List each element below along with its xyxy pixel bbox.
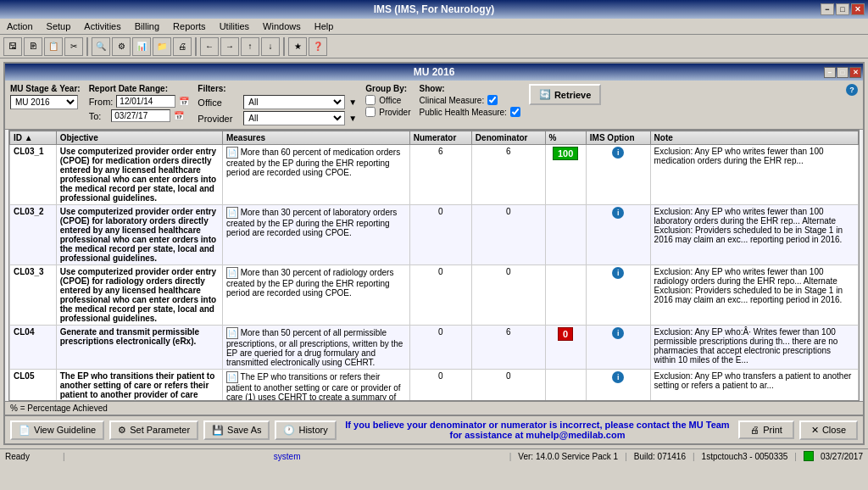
- gb-office-checkbox[interactable]: [365, 95, 376, 105]
- cell-ims-option: i: [586, 265, 650, 326]
- provider-dropdown-icon[interactable]: ▼: [348, 114, 357, 123]
- cell-note: Exclusion: Any EP who writes fewer than …: [650, 205, 858, 265]
- table-container[interactable]: ID ▲ Objective Measures Numerator Denomi…: [8, 130, 860, 401]
- tb-btn-11[interactable]: →: [220, 37, 239, 56]
- menu-billing[interactable]: Billing: [131, 20, 163, 32]
- cell-numerator: 0: [409, 205, 471, 265]
- menu-reports[interactable]: Reports: [170, 20, 209, 32]
- minimize-button[interactable]: −: [821, 3, 834, 15]
- cell-denominator: 0: [471, 265, 545, 326]
- table-row: CL03_1Use computerized provider order en…: [10, 145, 859, 205]
- tb-btn-7[interactable]: 📊: [132, 37, 151, 56]
- mu-minimize-button[interactable]: −: [824, 67, 836, 78]
- set-parameter-button[interactable]: ⚙ Set Parameter: [109, 420, 198, 440]
- view-guideline-button[interactable]: 📄 View Guideline: [10, 420, 104, 440]
- menu-help[interactable]: Help: [311, 20, 337, 32]
- col-pct[interactable]: %: [545, 131, 586, 145]
- col-denominator[interactable]: Denominator: [471, 131, 545, 145]
- info-icon[interactable]: i: [612, 371, 624, 383]
- tb-btn-9[interactable]: 🖨: [173, 37, 192, 56]
- info-icon[interactable]: i: [612, 267, 624, 279]
- table-header: ID ▲ Objective Measures Numerator Denomi…: [10, 131, 859, 145]
- cell-numerator: 0: [409, 265, 471, 326]
- cell-pct: [545, 265, 586, 326]
- calendar-icon[interactable]: 📅: [179, 97, 189, 106]
- provider-select[interactable]: All: [243, 111, 345, 125]
- doc-icon[interactable]: 📄: [226, 147, 238, 159]
- from-label: From:: [89, 97, 114, 107]
- col-id[interactable]: ID ▲: [10, 131, 57, 145]
- to-date-input[interactable]: [111, 109, 170, 122]
- col-objective[interactable]: Objective: [56, 131, 222, 145]
- date-range-label: Report Date Range:: [89, 84, 190, 93]
- doc-icon[interactable]: 📄: [226, 207, 238, 219]
- cell-id: CL05: [10, 370, 57, 402]
- menu-activities[interactable]: Activities: [81, 20, 124, 32]
- close-button[interactable]: ✕ Close: [799, 420, 858, 440]
- tb-btn-6[interactable]: ⚙: [112, 37, 131, 56]
- tb-btn-5[interactable]: 🔍: [92, 37, 110, 56]
- measures-table: ID ▲ Objective Measures Numerator Denomi…: [9, 131, 859, 401]
- cell-objective: Use computerized provider order entry (C…: [56, 205, 222, 265]
- mu-window: MU 2016 − □ ✕ MU Stage & Year: MU 2016 R…: [3, 62, 865, 445]
- menu-action[interactable]: Action: [3, 20, 36, 32]
- col-ims-option[interactable]: IMS Option: [586, 131, 650, 145]
- tb-btn-1[interactable]: 🖫: [3, 37, 22, 56]
- office-dropdown-icon[interactable]: ▼: [348, 97, 357, 107]
- status-date: 03/27/2017: [821, 452, 863, 461]
- col-numerator[interactable]: Numerator: [409, 131, 471, 145]
- info-icon[interactable]: i: [612, 327, 624, 339]
- print-button[interactable]: 🖨 Print: [738, 420, 794, 439]
- menu-utilities[interactable]: Utilities: [216, 20, 253, 32]
- tb-btn-3[interactable]: 📋: [44, 37, 63, 56]
- doc-icon[interactable]: 📄: [226, 371, 238, 383]
- show-area: Show: Clinical Measure: Public Health Me…: [420, 84, 520, 117]
- from-date-input[interactable]: [116, 95, 175, 108]
- info-icon[interactable]: i: [612, 147, 624, 159]
- help-contact-text: If you believe your denominator or numer…: [342, 420, 734, 440]
- tb-btn-4[interactable]: ✂: [64, 37, 83, 56]
- info-icon[interactable]: i: [612, 207, 624, 219]
- mu-maximize-button[interactable]: □: [837, 67, 849, 78]
- menu-windows[interactable]: Windows: [259, 20, 304, 32]
- history-button[interactable]: 🕐 History: [275, 420, 336, 440]
- retrieve-icon: 🔄: [539, 89, 551, 100]
- tb-btn-14[interactable]: ★: [288, 37, 307, 56]
- col-note[interactable]: Note: [650, 131, 858, 145]
- guideline-icon: 📄: [19, 425, 31, 436]
- cell-measures: 📄 The EP who transitions or refers their…: [222, 370, 409, 402]
- doc-icon[interactable]: 📄: [226, 267, 238, 279]
- help-icon[interactable]: ?: [846, 84, 858, 96]
- col-measures[interactable]: Measures: [222, 131, 409, 145]
- tb-btn-10[interactable]: ←: [200, 37, 219, 56]
- tb-btn-15[interactable]: ❓: [309, 37, 327, 56]
- table-row: CL04Generate and transmit permissible pr…: [10, 326, 859, 370]
- tb-separator-2: [195, 37, 197, 56]
- retrieve-button[interactable]: 🔄 Retrieve: [529, 84, 601, 105]
- cell-note: Exclusion: Any EP who:Â· Writes fewer th…: [650, 326, 858, 370]
- clinical-checkbox[interactable]: [487, 95, 498, 105]
- save-as-button[interactable]: 💾 Save As: [203, 420, 270, 440]
- close-app-button[interactable]: ✕: [851, 3, 865, 15]
- maximize-button[interactable]: □: [836, 3, 849, 15]
- tb-btn-13[interactable]: ↓: [261, 37, 280, 56]
- main-container: MU 2016 − □ ✕ MU Stage & Year: MU 2016 R…: [0, 58, 868, 448]
- help-area: ?: [846, 84, 858, 96]
- stage-year-select[interactable]: MU 2016: [10, 95, 78, 109]
- cell-measures: 📄 More than 50 percent of all permissibl…: [222, 326, 409, 370]
- doc-icon[interactable]: 📄: [226, 327, 238, 339]
- menu-setup[interactable]: Setup: [43, 20, 75, 32]
- pct-badge: 0: [558, 327, 573, 341]
- cell-ims-option: i: [586, 370, 650, 402]
- public-health-checkbox[interactable]: [510, 107, 520, 117]
- tb-btn-8[interactable]: 📁: [153, 37, 171, 56]
- stage-year-label: MU Stage & Year:: [10, 84, 81, 93]
- mu-close-button[interactable]: ✕: [849, 67, 861, 78]
- tb-btn-2[interactable]: 🖹: [24, 37, 42, 56]
- calendar-icon-2[interactable]: 📅: [174, 111, 184, 120]
- gb-provider-checkbox[interactable]: [365, 107, 376, 117]
- retrieve-label: Retrieve: [554, 90, 591, 100]
- office-select[interactable]: All: [243, 95, 345, 109]
- tb-btn-12[interactable]: ↑: [241, 37, 259, 56]
- provider-label: Provider: [198, 114, 240, 124]
